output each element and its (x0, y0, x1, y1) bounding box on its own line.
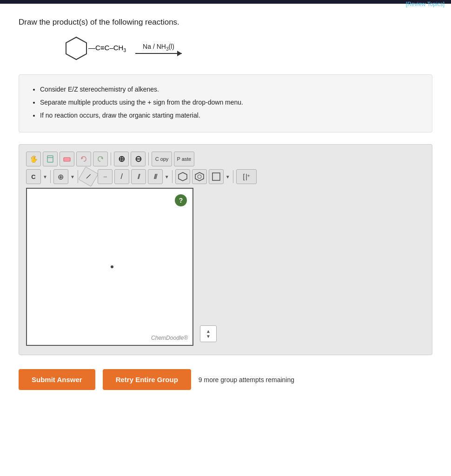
reaction-arrow-area: Na / NH3(l) (135, 43, 182, 54)
toolbar-separator-2 (148, 152, 149, 165)
zoom-out-button[interactable]: ⊖ (131, 152, 146, 166)
instructions-list: Consider E/Z stereochemistry of alkenes.… (31, 84, 420, 121)
line-bond-button[interactable]: / (114, 169, 129, 184)
drawing-canvas[interactable]: ? ChemDoodle® (26, 188, 193, 346)
undo-icon (80, 155, 88, 163)
retry-entire-group-button[interactable]: Retry Entire Group (103, 369, 191, 390)
action-buttons-area: Submit Answer Retry Entire Group 9 more … (19, 369, 432, 390)
bond-dropdown-arrow[interactable]: ▼ (165, 174, 169, 179)
charge-button[interactable]: ⊕ (53, 169, 68, 184)
submit-answer-button[interactable]: Submit Answer (19, 369, 95, 390)
reaction-arrow (135, 53, 182, 54)
spinner-down-icon: ▼ (206, 334, 211, 339)
attempts-remaining-text: 9 more group attempts remaining (199, 376, 294, 383)
lasso-tool-button[interactable] (43, 152, 58, 166)
chemdoodle-widget: 🖐 ⊕ ⊖ C opy P aste (19, 144, 432, 355)
reactant-molecule: —C≡C–CH3 (65, 36, 126, 60)
carbon-button[interactable]: C (26, 169, 41, 184)
undo-button[interactable] (76, 152, 91, 166)
eraser-icon (63, 155, 71, 163)
square-icon (211, 172, 221, 182)
paste-label: P aste (177, 156, 192, 162)
toolbar-separator-6 (233, 170, 233, 183)
single-bond-button[interactable]: / (78, 167, 99, 187)
redo-icon (96, 155, 105, 163)
ring-dropdown-arrow[interactable]: ▼ (226, 174, 230, 179)
toolbar-separator-3 (50, 170, 51, 183)
spinner-up-icon: ▲ (206, 329, 211, 334)
svg-marker-5 (101, 157, 103, 159)
toolbar-separator-5 (172, 170, 172, 183)
ring-hex-aromatic-button[interactable] (192, 169, 207, 184)
lasso-icon (46, 155, 54, 163)
canvas-spinner[interactable]: ▲ ▼ (200, 325, 217, 342)
question-title: Draw the product(s) of the following rea… (19, 18, 432, 27)
copy-label: C opy (155, 156, 169, 162)
instruction-item-1: Consider E/Z stereochemistry of alkenes. (40, 84, 420, 95)
cyclohexane-icon (65, 36, 87, 60)
triple-bond-button[interactable]: /// (148, 169, 163, 184)
ring-hex-button[interactable] (175, 169, 190, 184)
toolbar-row-1: 🖐 ⊕ ⊖ C opy P aste (26, 152, 425, 166)
dashed-bond-button[interactable]: ··· (98, 169, 113, 184)
reagent-label: Na / NH3(l) (143, 43, 174, 52)
paste-button[interactable]: P aste (174, 152, 194, 166)
help-button[interactable]: ? (175, 194, 187, 206)
redo-button[interactable] (93, 152, 108, 166)
review-topics-link[interactable]: [Review Topics] (404, 0, 446, 8)
zoom-in-button[interactable]: ⊕ (114, 152, 129, 166)
reaction-diagram: —C≡C–CH3 Na / NH3(l) (19, 36, 432, 60)
copy-button[interactable]: C opy (152, 152, 172, 166)
svg-marker-4 (81, 157, 83, 159)
ring-square-button[interactable] (209, 169, 224, 184)
svg-rect-3 (64, 158, 70, 161)
svg-marker-7 (195, 172, 204, 181)
svg-rect-9 (212, 173, 220, 180)
instructions-box: Consider E/Z stereochemistry of alkenes.… (19, 74, 432, 132)
toolbar-separator-4 (78, 170, 78, 183)
svg-rect-1 (47, 156, 53, 162)
hand-tool-button[interactable]: 🖐 (26, 152, 41, 166)
canvas-section: ? ChemDoodle® ▲ ▼ (26, 188, 193, 348)
chemdoodle-watermark: ChemDoodle® (151, 335, 188, 341)
eraser-tool-button[interactable] (60, 152, 74, 166)
bracket-button[interactable]: [ |⁺ (236, 169, 257, 184)
aromatic-hexagon-icon (194, 172, 205, 182)
c-dropdown-arrow[interactable]: ▼ (43, 174, 47, 179)
double-bond-button[interactable]: // (131, 169, 146, 184)
molecule-text: —C≡C–CH3 (88, 44, 126, 53)
canvas-point (111, 265, 113, 268)
instruction-item-3: If no reaction occurs, draw the organic … (40, 110, 420, 121)
hexagon-icon (178, 172, 188, 182)
instruction-item-2: Separate multiple products using the + s… (40, 97, 420, 108)
svg-point-8 (198, 175, 201, 178)
svg-marker-0 (66, 37, 86, 60)
svg-marker-6 (179, 172, 187, 181)
charge-dropdown-arrow[interactable]: ▼ (70, 174, 75, 179)
toolbar-row-2: C ▼ ⊕ ▼ / ··· / // /// ▼ ▼ [ | (26, 169, 425, 184)
toolbar-separator-1 (111, 152, 111, 165)
